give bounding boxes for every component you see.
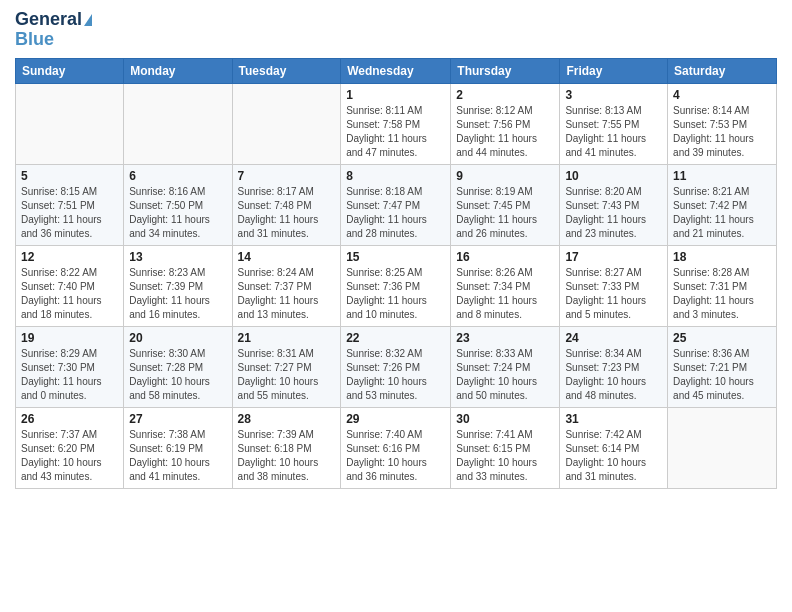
day-number: 19: [21, 331, 118, 345]
day-info: Sunrise: 8:26 AMSunset: 7:34 PMDaylight:…: [456, 266, 554, 322]
day-number: 6: [129, 169, 226, 183]
day-number: 18: [673, 250, 771, 264]
weekday-header-thursday: Thursday: [451, 58, 560, 83]
logo: General Blue: [15, 10, 92, 50]
day-number: 4: [673, 88, 771, 102]
calendar-cell: 12Sunrise: 8:22 AMSunset: 7:40 PMDayligh…: [16, 245, 124, 326]
calendar-cell: 17Sunrise: 8:27 AMSunset: 7:33 PMDayligh…: [560, 245, 668, 326]
calendar-week-0: 1Sunrise: 8:11 AMSunset: 7:58 PMDaylight…: [16, 83, 777, 164]
day-info: Sunrise: 8:23 AMSunset: 7:39 PMDaylight:…: [129, 266, 226, 322]
weekday-row: SundayMondayTuesdayWednesdayThursdayFrid…: [16, 58, 777, 83]
day-number: 15: [346, 250, 445, 264]
calendar-cell: 27Sunrise: 7:38 AMSunset: 6:19 PMDayligh…: [124, 407, 232, 488]
calendar-cell: 11Sunrise: 8:21 AMSunset: 7:42 PMDayligh…: [668, 164, 777, 245]
calendar-cell: 15Sunrise: 8:25 AMSunset: 7:36 PMDayligh…: [341, 245, 451, 326]
day-info: Sunrise: 8:15 AMSunset: 7:51 PMDaylight:…: [21, 185, 118, 241]
calendar-body: 1Sunrise: 8:11 AMSunset: 7:58 PMDaylight…: [16, 83, 777, 488]
day-info: Sunrise: 8:36 AMSunset: 7:21 PMDaylight:…: [673, 347, 771, 403]
calendar: SundayMondayTuesdayWednesdayThursdayFrid…: [15, 58, 777, 489]
day-info: Sunrise: 8:12 AMSunset: 7:56 PMDaylight:…: [456, 104, 554, 160]
day-number: 22: [346, 331, 445, 345]
calendar-cell: 3Sunrise: 8:13 AMSunset: 7:55 PMDaylight…: [560, 83, 668, 164]
day-info: Sunrise: 7:42 AMSunset: 6:14 PMDaylight:…: [565, 428, 662, 484]
day-number: 27: [129, 412, 226, 426]
calendar-cell: 10Sunrise: 8:20 AMSunset: 7:43 PMDayligh…: [560, 164, 668, 245]
calendar-week-3: 19Sunrise: 8:29 AMSunset: 7:30 PMDayligh…: [16, 326, 777, 407]
day-info: Sunrise: 8:13 AMSunset: 7:55 PMDaylight:…: [565, 104, 662, 160]
header: General Blue: [15, 10, 777, 50]
calendar-cell: [16, 83, 124, 164]
calendar-cell: 7Sunrise: 8:17 AMSunset: 7:48 PMDaylight…: [232, 164, 341, 245]
logo-text-general: General: [15, 10, 82, 30]
day-info: Sunrise: 8:19 AMSunset: 7:45 PMDaylight:…: [456, 185, 554, 241]
day-info: Sunrise: 8:33 AMSunset: 7:24 PMDaylight:…: [456, 347, 554, 403]
day-info: Sunrise: 8:21 AMSunset: 7:42 PMDaylight:…: [673, 185, 771, 241]
day-info: Sunrise: 8:34 AMSunset: 7:23 PMDaylight:…: [565, 347, 662, 403]
day-number: 16: [456, 250, 554, 264]
calendar-cell: 14Sunrise: 8:24 AMSunset: 7:37 PMDayligh…: [232, 245, 341, 326]
calendar-cell: 5Sunrise: 8:15 AMSunset: 7:51 PMDaylight…: [16, 164, 124, 245]
calendar-week-4: 26Sunrise: 7:37 AMSunset: 6:20 PMDayligh…: [16, 407, 777, 488]
logo-text-blue: Blue: [15, 30, 54, 50]
weekday-header-sunday: Sunday: [16, 58, 124, 83]
day-number: 20: [129, 331, 226, 345]
calendar-cell: 8Sunrise: 8:18 AMSunset: 7:47 PMDaylight…: [341, 164, 451, 245]
calendar-cell: 30Sunrise: 7:41 AMSunset: 6:15 PMDayligh…: [451, 407, 560, 488]
day-info: Sunrise: 8:30 AMSunset: 7:28 PMDaylight:…: [129, 347, 226, 403]
calendar-cell: 20Sunrise: 8:30 AMSunset: 7:28 PMDayligh…: [124, 326, 232, 407]
day-info: Sunrise: 7:38 AMSunset: 6:19 PMDaylight:…: [129, 428, 226, 484]
day-number: 25: [673, 331, 771, 345]
day-number: 24: [565, 331, 662, 345]
calendar-cell: 31Sunrise: 7:42 AMSunset: 6:14 PMDayligh…: [560, 407, 668, 488]
day-info: Sunrise: 7:37 AMSunset: 6:20 PMDaylight:…: [21, 428, 118, 484]
day-info: Sunrise: 8:14 AMSunset: 7:53 PMDaylight:…: [673, 104, 771, 160]
logo-icon: [84, 14, 92, 26]
day-number: 30: [456, 412, 554, 426]
day-number: 28: [238, 412, 336, 426]
weekday-header-friday: Friday: [560, 58, 668, 83]
day-info: Sunrise: 7:41 AMSunset: 6:15 PMDaylight:…: [456, 428, 554, 484]
day-number: 10: [565, 169, 662, 183]
calendar-week-2: 12Sunrise: 8:22 AMSunset: 7:40 PMDayligh…: [16, 245, 777, 326]
day-number: 31: [565, 412, 662, 426]
day-number: 12: [21, 250, 118, 264]
calendar-cell: 13Sunrise: 8:23 AMSunset: 7:39 PMDayligh…: [124, 245, 232, 326]
day-number: 17: [565, 250, 662, 264]
calendar-cell: 6Sunrise: 8:16 AMSunset: 7:50 PMDaylight…: [124, 164, 232, 245]
day-number: 26: [21, 412, 118, 426]
day-info: Sunrise: 8:22 AMSunset: 7:40 PMDaylight:…: [21, 266, 118, 322]
calendar-cell: 2Sunrise: 8:12 AMSunset: 7:56 PMDaylight…: [451, 83, 560, 164]
calendar-cell: 21Sunrise: 8:31 AMSunset: 7:27 PMDayligh…: [232, 326, 341, 407]
calendar-cell: 1Sunrise: 8:11 AMSunset: 7:58 PMDaylight…: [341, 83, 451, 164]
calendar-cell: 25Sunrise: 8:36 AMSunset: 7:21 PMDayligh…: [668, 326, 777, 407]
calendar-cell: [232, 83, 341, 164]
day-number: 5: [21, 169, 118, 183]
day-info: Sunrise: 8:18 AMSunset: 7:47 PMDaylight:…: [346, 185, 445, 241]
calendar-cell: 22Sunrise: 8:32 AMSunset: 7:26 PMDayligh…: [341, 326, 451, 407]
day-info: Sunrise: 8:11 AMSunset: 7:58 PMDaylight:…: [346, 104, 445, 160]
weekday-header-saturday: Saturday: [668, 58, 777, 83]
calendar-cell: [668, 407, 777, 488]
day-info: Sunrise: 8:28 AMSunset: 7:31 PMDaylight:…: [673, 266, 771, 322]
day-info: Sunrise: 8:32 AMSunset: 7:26 PMDaylight:…: [346, 347, 445, 403]
day-number: 8: [346, 169, 445, 183]
day-info: Sunrise: 8:16 AMSunset: 7:50 PMDaylight:…: [129, 185, 226, 241]
day-info: Sunrise: 8:25 AMSunset: 7:36 PMDaylight:…: [346, 266, 445, 322]
day-number: 14: [238, 250, 336, 264]
day-number: 1: [346, 88, 445, 102]
calendar-header: SundayMondayTuesdayWednesdayThursdayFrid…: [16, 58, 777, 83]
day-number: 7: [238, 169, 336, 183]
calendar-cell: 4Sunrise: 8:14 AMSunset: 7:53 PMDaylight…: [668, 83, 777, 164]
day-info: Sunrise: 7:39 AMSunset: 6:18 PMDaylight:…: [238, 428, 336, 484]
day-number: 23: [456, 331, 554, 345]
day-info: Sunrise: 8:31 AMSunset: 7:27 PMDaylight:…: [238, 347, 336, 403]
calendar-cell: 24Sunrise: 8:34 AMSunset: 7:23 PMDayligh…: [560, 326, 668, 407]
day-number: 2: [456, 88, 554, 102]
day-info: Sunrise: 8:27 AMSunset: 7:33 PMDaylight:…: [565, 266, 662, 322]
page: General Blue SundayMondayTuesdayWednesda…: [0, 0, 792, 612]
day-info: Sunrise: 8:29 AMSunset: 7:30 PMDaylight:…: [21, 347, 118, 403]
calendar-cell: 16Sunrise: 8:26 AMSunset: 7:34 PMDayligh…: [451, 245, 560, 326]
day-number: 3: [565, 88, 662, 102]
day-info: Sunrise: 8:20 AMSunset: 7:43 PMDaylight:…: [565, 185, 662, 241]
weekday-header-wednesday: Wednesday: [341, 58, 451, 83]
